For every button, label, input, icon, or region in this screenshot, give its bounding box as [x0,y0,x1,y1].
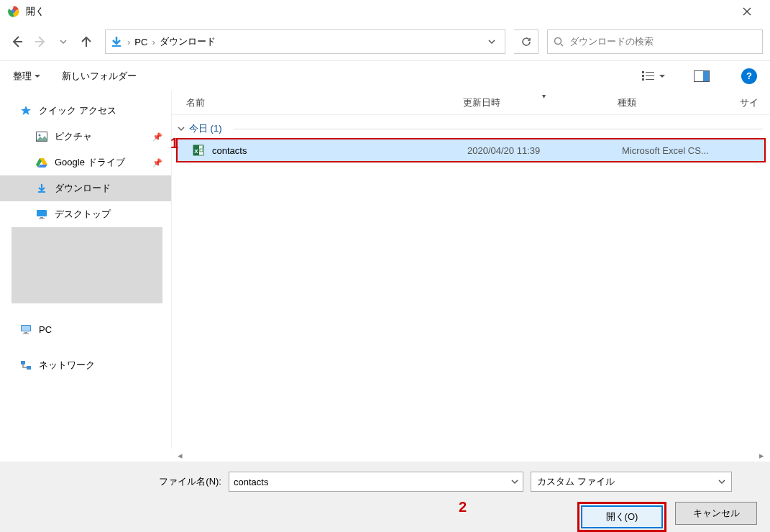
sidebar-label: デスクトップ [55,208,111,221]
svg-rect-16 [40,217,43,219]
search-icon [554,37,564,47]
column-header-name[interactable]: 名前 [186,96,463,109]
sidebar-item-pc[interactable]: PC [0,316,171,342]
sidebar-redacted [12,227,162,303]
breadcrumb[interactable]: › PC › ダウンロード [105,29,505,54]
svg-point-3 [555,38,562,45]
scroll-left-icon[interactable]: ◂ [174,449,185,461]
svg-rect-8 [642,78,644,81]
group-header-today[interactable]: 今日 (1) [172,115,770,138]
view-menu[interactable] [642,70,665,82]
sidebar-label: クイック アクセス [39,104,116,117]
svg-rect-11 [703,71,709,81]
pc-icon [20,324,32,334]
svg-rect-6 [642,75,644,77]
horizontal-scrollbar[interactable]: ◂ ▸ [171,449,770,462]
filename-input[interactable]: contacts [229,472,523,492]
help-button[interactable]: ? [741,68,757,84]
sidebar-label: PC [39,324,52,335]
sidebar-label: ピクチャ [55,130,92,143]
svg-rect-14 [38,191,45,193]
scroll-right-icon[interactable]: ▸ [756,449,767,461]
sidebar-item-pictures[interactable]: ピクチャ 📌 [0,124,171,150]
file-name: contacts [212,145,467,156]
column-header-type[interactable]: 種類 [618,96,740,109]
chrome-icon [7,5,20,18]
chevron-down-icon [511,478,518,485]
organize-menu[interactable]: 整理 [13,70,40,83]
svg-rect-4 [642,71,644,73]
breadcrumb-sep-icon: › [152,37,155,47]
breadcrumb-segment[interactable]: ダウンロード [160,35,216,48]
svg-rect-21 [23,334,29,334]
star-icon [20,105,32,116]
svg-rect-22 [21,361,25,364]
sidebar-item-downloads[interactable]: ダウンロード [0,175,171,201]
filename-label: ファイル名(N): [13,475,221,488]
excel-csv-icon: Xa [192,144,205,157]
svg-rect-19 [22,326,30,331]
svg-text:X: X [194,148,198,155]
chevron-down-icon [178,125,185,132]
download-folder-icon [110,35,123,48]
search-placeholder: ダウンロードの検索 [569,35,654,48]
preview-pane-button[interactable] [694,70,710,82]
pin-icon: 📌 [152,158,162,168]
pictures-icon [36,132,47,142]
annotation-1: 1 [170,135,178,152]
sidebar: クイック アクセス ピクチャ 📌 Google ドライブ 📌 ダウンロード [0,91,171,449]
svg-rect-20 [24,332,27,334]
sidebar-item-quickaccess[interactable]: クイック アクセス [0,98,171,124]
chevron-down-icon [718,478,725,485]
file-row-contacts[interactable]: Xa contacts 2020/04/20 11:39 Microsoft E… [176,138,766,162]
nav-recent-dropdown[interactable] [53,32,73,52]
search-input[interactable]: ダウンロードの検索 [547,29,763,54]
svg-rect-15 [37,210,47,216]
cancel-button[interactable]: キャンセル [675,502,757,525]
network-icon [20,360,32,370]
open-button[interactable]: 開く(O) [581,505,663,528]
sidebar-label: ネットワーク [39,359,95,372]
desktop-icon [36,209,47,219]
file-type-filter[interactable]: カスタム ファイル [531,472,732,492]
new-folder-button[interactable]: 新しいフォルダー [62,70,137,83]
column-header-size[interactable]: サイ [740,96,770,109]
gdrive-icon [36,157,47,168]
sort-indicator-icon: ▾ [542,92,546,100]
breadcrumb-dropdown[interactable] [483,30,500,53]
svg-rect-23 [27,366,31,370]
sidebar-item-network[interactable]: ネットワーク [0,352,171,378]
close-button[interactable] [730,1,763,22]
nav-forward-button[interactable] [30,32,50,52]
file-list: 名前 更新日時 種類 サイ ▾ 今日 (1) 1 Xa contacts 202… [171,91,770,449]
nav-back-button[interactable] [7,32,27,52]
sidebar-item-gdrive[interactable]: Google ドライブ 📌 [0,150,171,175]
group-label: 今日 (1) [189,122,222,135]
breadcrumb-segment[interactable]: PC [134,37,147,47]
nav-up-button[interactable] [76,32,96,52]
file-date: 2020/04/20 11:39 [467,145,622,156]
svg-rect-7 [646,75,654,76]
breadcrumb-sep-icon: › [127,37,130,47]
svg-rect-5 [646,72,654,73]
file-type: Microsoft Excel CS... [622,145,709,156]
sidebar-item-desktop[interactable]: デスクトップ [0,201,171,227]
svg-text:a: a [202,145,204,149]
download-icon [36,183,47,194]
sidebar-label: ダウンロード [55,182,111,195]
refresh-button[interactable] [514,29,538,54]
svg-point-13 [39,134,41,137]
annotation-2: 2 [459,499,467,515]
svg-rect-9 [646,79,654,80]
svg-rect-17 [39,219,45,219]
window-title: 開く [26,5,730,18]
column-header-date[interactable]: 更新日時 [463,96,618,109]
pin-icon: 📌 [152,132,162,142]
svg-rect-2 [112,45,121,47]
sidebar-label: Google ドライブ [55,156,125,169]
